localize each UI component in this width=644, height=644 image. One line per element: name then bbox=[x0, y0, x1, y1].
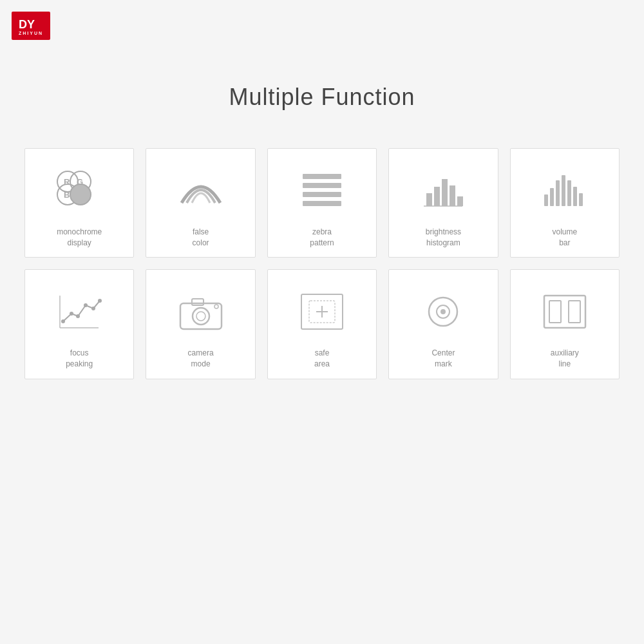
volume-bar-label: volumebar bbox=[552, 227, 577, 249]
svg-rect-18 bbox=[544, 194, 548, 206]
center-mark-icon bbox=[395, 281, 491, 341]
svg-point-27 bbox=[61, 319, 65, 323]
svg-rect-19 bbox=[550, 188, 554, 206]
camera-mode-label: cameramode bbox=[188, 348, 214, 370]
svg-point-28 bbox=[70, 312, 73, 316]
svg-rect-46 bbox=[549, 301, 561, 323]
svg-rect-14 bbox=[434, 187, 440, 206]
svg-point-29 bbox=[76, 314, 80, 318]
safe-area-icon bbox=[274, 281, 370, 341]
svg-text:B: B bbox=[64, 190, 70, 200]
brightness-histogram-icon bbox=[395, 160, 491, 220]
card-monochrome-display: R G B monochromedisplay bbox=[24, 148, 134, 258]
card-camera-mode: cameramode bbox=[146, 269, 255, 379]
svg-point-30 bbox=[84, 303, 88, 307]
zebra-pattern-label: zebrapattern bbox=[310, 227, 334, 249]
brightness-histogram-label: brightnesshistogram bbox=[426, 227, 461, 249]
focus-peaking-label: focuspeaking bbox=[66, 348, 93, 370]
card-false-color: falsecolor bbox=[146, 148, 255, 258]
focus-peaking-icon bbox=[32, 281, 127, 341]
svg-point-44 bbox=[440, 309, 446, 314]
monochrome-display-label: monochromedisplay bbox=[57, 227, 102, 249]
svg-rect-10 bbox=[303, 192, 341, 197]
svg-point-31 bbox=[91, 307, 95, 310]
auxiliary-line-icon bbox=[517, 281, 612, 341]
false-color-icon bbox=[153, 160, 248, 220]
zebra-pattern-icon bbox=[274, 160, 370, 220]
svg-rect-16 bbox=[450, 185, 455, 206]
svg-point-37 bbox=[214, 305, 218, 308]
card-center-mark: Centermark bbox=[388, 269, 498, 379]
card-zebra-pattern: zebrapattern bbox=[267, 148, 377, 258]
svg-text:R: R bbox=[64, 177, 70, 187]
svg-rect-9 bbox=[303, 183, 341, 188]
page: DY ZHIYUN Multiple Function R G B bbox=[0, 0, 644, 644]
false-color-label: falsecolor bbox=[193, 227, 209, 249]
logo: DY ZHIYUN bbox=[12, 12, 57, 47]
center-mark-label: Centermark bbox=[431, 348, 455, 370]
card-brightness-histogram: brightnesshistogram bbox=[388, 148, 498, 258]
auxiliary-line-label: auxiliaryline bbox=[551, 348, 579, 370]
svg-rect-24 bbox=[579, 193, 583, 206]
svg-rect-15 bbox=[442, 179, 448, 206]
svg-point-34 bbox=[193, 308, 209, 325]
svg-rect-20 bbox=[556, 180, 560, 206]
svg-rect-47 bbox=[569, 301, 580, 323]
svg-rect-23 bbox=[573, 187, 577, 206]
svg-rect-13 bbox=[426, 193, 432, 206]
card-safe-area: safearea bbox=[267, 269, 377, 379]
svg-rect-22 bbox=[567, 180, 571, 206]
card-auxiliary-line: auxiliaryline bbox=[510, 269, 620, 379]
monochrome-display-icon: R G B bbox=[32, 160, 127, 220]
svg-point-7 bbox=[70, 184, 91, 205]
svg-point-35 bbox=[196, 312, 205, 321]
volume-bar-icon bbox=[517, 160, 612, 220]
svg-text:DY: DY bbox=[19, 18, 35, 31]
feature-grid: R G B monochromedisplay bbox=[24, 148, 620, 379]
svg-point-32 bbox=[98, 299, 102, 303]
svg-rect-8 bbox=[303, 174, 341, 179]
card-volume-bar: volumebar bbox=[510, 148, 620, 258]
page-title: Multiple Function bbox=[0, 84, 644, 111]
card-focus-peaking: focuspeaking bbox=[24, 269, 134, 379]
camera-mode-icon bbox=[153, 281, 248, 341]
svg-rect-21 bbox=[562, 175, 565, 206]
safe-area-label: safearea bbox=[314, 348, 330, 370]
svg-rect-11 bbox=[303, 201, 341, 206]
svg-rect-36 bbox=[192, 299, 204, 305]
logo-box: DY ZHIYUN bbox=[12, 12, 50, 40]
svg-rect-17 bbox=[457, 196, 463, 206]
